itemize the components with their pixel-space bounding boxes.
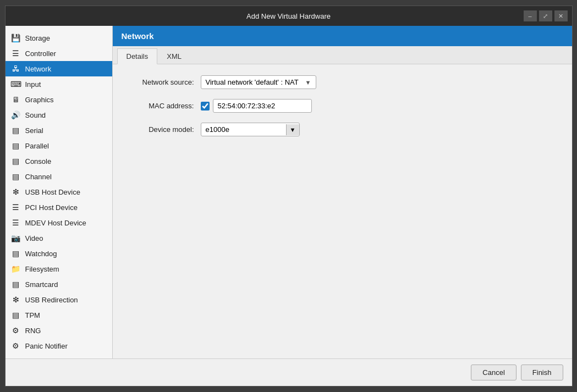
parallel-icon: ▤ bbox=[11, 141, 21, 151]
usb-host-device-icon: ❇ bbox=[11, 187, 21, 197]
sidebar: 💾Storage☰Controller🖧Network⌨Input🖥Graphi… bbox=[6, 26, 113, 358]
sidebar-item-label-video: Video bbox=[25, 234, 43, 242]
console-icon: ▤ bbox=[11, 156, 21, 166]
sidebar-item-smartcard[interactable]: ▤Smartcard bbox=[6, 277, 112, 292]
sidebar-item-network[interactable]: 🖧Network bbox=[6, 61, 112, 76]
network-icon: 🖧 bbox=[11, 64, 21, 74]
sidebar-item-label-usb-redirection: USB Redirection bbox=[25, 296, 78, 304]
sidebar-item-controller[interactable]: ☰Controller bbox=[6, 46, 112, 61]
sidebar-item-label-storage: Storage bbox=[25, 34, 51, 42]
main-panel: Network DetailsXML Network source: Virtu… bbox=[113, 26, 572, 358]
network-source-control: Virtual network 'default' : NAT ▼ bbox=[201, 75, 316, 89]
footer: Cancel Finish bbox=[6, 358, 572, 386]
sidebar-item-label-network: Network bbox=[25, 65, 52, 73]
network-source-value: Virtual network 'default' : NAT bbox=[206, 78, 299, 86]
tpm-icon: ▤ bbox=[11, 310, 21, 320]
pci-host-device-icon: ☰ bbox=[11, 202, 21, 212]
dropdown-arrow-icon: ▼ bbox=[305, 79, 311, 86]
sidebar-item-label-parallel: Parallel bbox=[25, 142, 49, 150]
sidebar-item-label-pci-host-device: PCI Host Device bbox=[25, 203, 78, 212]
titlebar: Add New Virtual Hardware – ⤢ ✕ bbox=[6, 6, 572, 26]
minimize-button[interactable]: – bbox=[524, 10, 537, 21]
sidebar-item-mdev-host-device[interactable]: ☰MDEV Host Device bbox=[6, 215, 112, 230]
sidebar-item-label-rng: RNG bbox=[25, 327, 41, 335]
sidebar-item-label-panic-notifier: Panic Notifier bbox=[25, 342, 68, 350]
window-controls: – ⤢ ✕ bbox=[524, 10, 568, 21]
mdev-host-device-icon: ☰ bbox=[11, 218, 21, 228]
content-area: 💾Storage☰Controller🖧Network⌨Input🖥Graphi… bbox=[6, 26, 572, 358]
sidebar-item-label-channel: Channel bbox=[25, 173, 52, 181]
sidebar-item-channel[interactable]: ▤Channel bbox=[6, 169, 112, 184]
sidebar-item-sound[interactable]: 🔊Sound bbox=[6, 107, 112, 123]
sidebar-item-label-console: Console bbox=[25, 157, 52, 165]
mac-address-control bbox=[201, 99, 312, 113]
sidebar-item-label-serial: Serial bbox=[25, 126, 43, 135]
sidebar-item-label-smartcard: Smartcard bbox=[25, 280, 58, 289]
sidebar-item-usb-host-device[interactable]: ❇USB Host Device bbox=[6, 184, 112, 200]
mac-address-input[interactable] bbox=[213, 99, 312, 113]
sidebar-item-label-graphics: Graphics bbox=[25, 96, 54, 104]
device-model-dropdown-btn[interactable]: ▼ bbox=[286, 124, 299, 135]
tab-content: Network source: Virtual network 'default… bbox=[113, 64, 572, 358]
close-button[interactable]: ✕ bbox=[554, 10, 568, 21]
device-model-value: e1000e bbox=[201, 123, 286, 136]
serial-icon: ▤ bbox=[11, 125, 21, 135]
mac-address-label: MAC address: bbox=[124, 102, 201, 110]
channel-icon: ▤ bbox=[11, 172, 21, 181]
network-source-row: Network source: Virtual network 'default… bbox=[124, 75, 561, 89]
sound-icon: 🔊 bbox=[11, 110, 21, 120]
filesystem-icon: 📁 bbox=[11, 264, 21, 274]
sidebar-item-label-filesystem: Filesystem bbox=[25, 265, 59, 273]
sidebar-item-video[interactable]: 📷Video bbox=[6, 230, 112, 246]
sidebar-item-tpm[interactable]: ▤TPM bbox=[6, 307, 112, 323]
mac-address-row: MAC address: bbox=[124, 99, 561, 113]
sidebar-item-pci-host-device[interactable]: ☰PCI Host Device bbox=[6, 200, 112, 215]
sidebar-item-filesystem[interactable]: 📁Filesystem bbox=[6, 261, 112, 277]
watchdog-icon: ▤ bbox=[11, 249, 21, 258]
finish-button[interactable]: Finish bbox=[521, 365, 563, 380]
network-source-dropdown[interactable]: Virtual network 'default' : NAT ▼ bbox=[201, 75, 316, 89]
sidebar-item-label-input: Input bbox=[25, 80, 41, 89]
sidebar-item-label-mdev-host-device: MDEV Host Device bbox=[25, 219, 86, 227]
sidebar-item-watchdog[interactable]: ▤Watchdog bbox=[6, 246, 112, 261]
device-model-label: Device model: bbox=[124, 125, 201, 134]
controller-icon: ☰ bbox=[11, 48, 21, 58]
device-model-dropdown[interactable]: e1000e ▼ bbox=[201, 123, 300, 136]
device-model-control: e1000e ▼ bbox=[201, 123, 300, 136]
sidebar-item-label-watchdog: Watchdog bbox=[25, 250, 57, 258]
sidebar-item-panic-notifier[interactable]: ⚙Panic Notifier bbox=[6, 338, 112, 354]
sidebar-item-label-sound: Sound bbox=[25, 111, 46, 119]
sidebar-item-rng[interactable]: ⚙RNG bbox=[6, 323, 112, 338]
main-window: Add New Virtual Hardware – ⤢ ✕ 💾Storage☰… bbox=[5, 5, 573, 387]
usb-redirection-icon: ❇ bbox=[11, 295, 21, 305]
sidebar-item-usb-redirection[interactable]: ❇USB Redirection bbox=[6, 292, 112, 307]
sidebar-item-graphics[interactable]: 🖥Graphics bbox=[6, 92, 112, 107]
sidebar-item-label-controller: Controller bbox=[25, 49, 56, 58]
window-title: Add New Virtual Hardware bbox=[246, 12, 331, 20]
sidebar-item-label-usb-host-device: USB Host Device bbox=[25, 188, 80, 196]
sidebar-item-parallel[interactable]: ▤Parallel bbox=[6, 138, 112, 153]
tabs-bar: DetailsXML bbox=[113, 46, 572, 64]
graphics-icon: 🖥 bbox=[11, 95, 21, 104]
panel-header: Network bbox=[113, 26, 572, 46]
sidebar-item-label-tpm: TPM bbox=[25, 311, 40, 319]
device-model-row: Device model: e1000e ▼ bbox=[124, 123, 561, 136]
cancel-button[interactable]: Cancel bbox=[471, 365, 516, 380]
panic-notifier-icon: ⚙ bbox=[11, 341, 21, 351]
sidebar-item-console[interactable]: ▤Console bbox=[6, 153, 112, 169]
sidebar-item-virtio-vsock[interactable]: ▤VirtIO VSOCK bbox=[6, 354, 112, 358]
tab-details[interactable]: Details bbox=[117, 48, 158, 64]
rng-icon: ⚙ bbox=[11, 325, 21, 335]
tab-xml[interactable]: XML bbox=[157, 48, 191, 64]
input-icon: ⌨ bbox=[11, 79, 21, 89]
storage-icon: 💾 bbox=[11, 33, 21, 43]
network-source-label: Network source: bbox=[124, 78, 201, 86]
video-icon: 📷 bbox=[11, 233, 21, 243]
sidebar-item-input[interactable]: ⌨Input bbox=[6, 76, 112, 92]
restore-button[interactable]: ⤢ bbox=[539, 10, 552, 21]
smartcard-icon: ▤ bbox=[11, 279, 21, 289]
sidebar-item-serial[interactable]: ▤Serial bbox=[6, 123, 112, 138]
mac-address-checkbox[interactable] bbox=[201, 102, 210, 111]
sidebar-item-storage[interactable]: 💾Storage bbox=[6, 30, 112, 46]
